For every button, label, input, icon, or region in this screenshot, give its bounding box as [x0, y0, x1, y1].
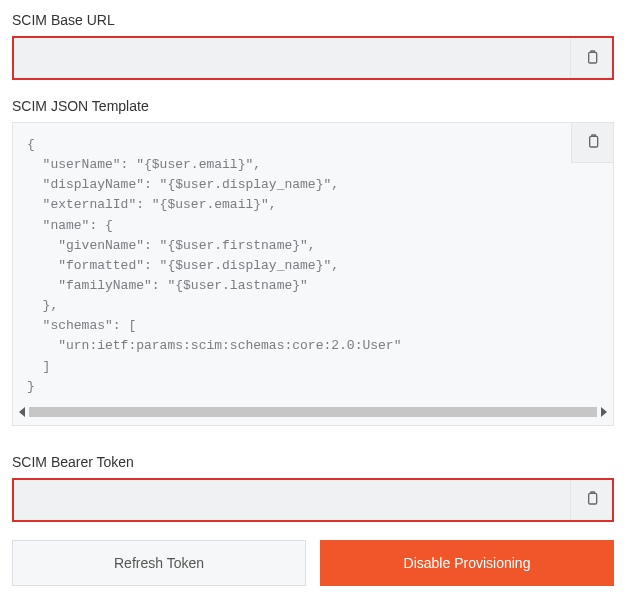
- clipboard-icon: [584, 48, 600, 69]
- scim-base-url-row: [12, 36, 614, 80]
- copy-json-template-button[interactable]: [571, 123, 613, 163]
- clipboard-icon: [585, 132, 601, 153]
- scroll-right-icon: [601, 407, 607, 417]
- action-button-row: Refresh Token Disable Provisioning: [12, 540, 614, 586]
- svg-rect-1: [589, 136, 597, 147]
- scim-json-template-box: { "userName": "{$user.email}", "displayN…: [12, 122, 614, 426]
- svg-rect-2: [588, 494, 596, 505]
- svg-rect-0: [588, 52, 596, 63]
- scim-bearer-token-row: [12, 478, 614, 522]
- clipboard-icon: [584, 489, 600, 510]
- horizontal-scrollbar[interactable]: [19, 405, 607, 419]
- scroll-track: [29, 407, 597, 417]
- disable-provisioning-button[interactable]: Disable Provisioning: [320, 540, 614, 586]
- refresh-token-button[interactable]: Refresh Token: [12, 540, 306, 586]
- scroll-left-icon: [19, 407, 25, 417]
- copy-base-url-button[interactable]: [570, 38, 612, 78]
- copy-bearer-token-button[interactable]: [570, 480, 612, 520]
- scim-json-template-code[interactable]: { "userName": "{$user.email}", "displayN…: [13, 123, 613, 405]
- scim-json-template-label: SCIM JSON Template: [12, 98, 614, 114]
- scim-base-url-input[interactable]: [14, 38, 570, 78]
- scim-bearer-token-input[interactable]: [14, 480, 570, 520]
- scim-bearer-token-label: SCIM Bearer Token: [12, 454, 614, 470]
- scim-base-url-label: SCIM Base URL: [12, 12, 614, 28]
